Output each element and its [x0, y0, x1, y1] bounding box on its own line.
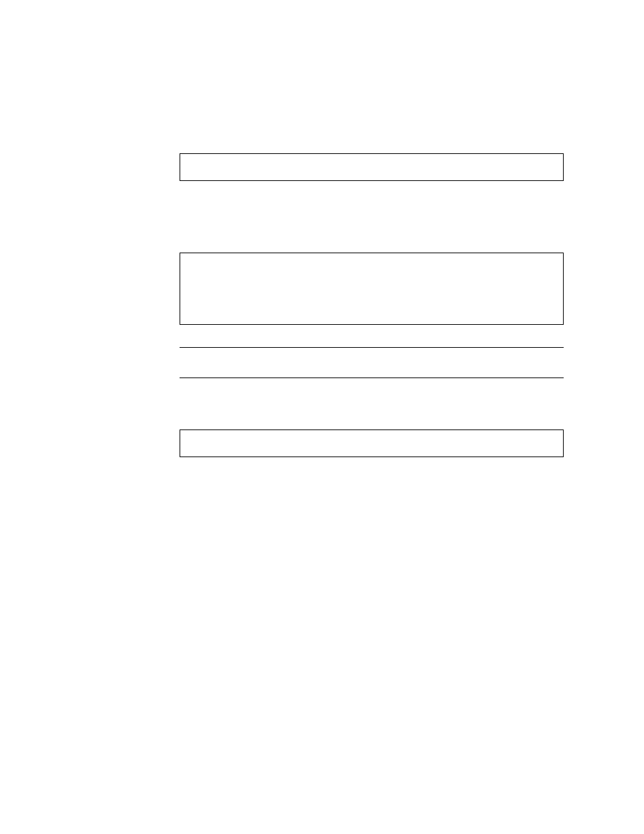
rectangle-box-1	[180, 153, 564, 181]
horizontal-line-1	[180, 347, 564, 348]
horizontal-line-2	[180, 377, 564, 378]
rectangle-box-2	[180, 253, 564, 325]
rectangle-box-3	[180, 429, 564, 457]
